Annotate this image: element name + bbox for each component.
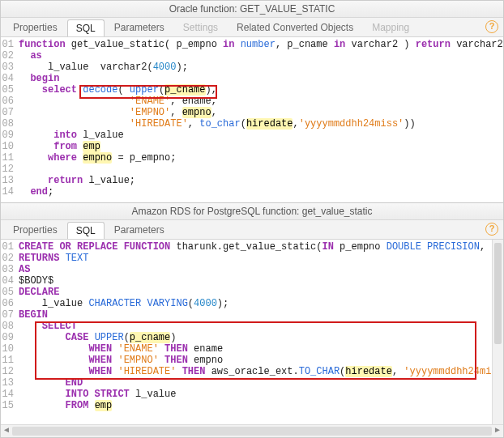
line-code: AS (19, 264, 503, 275)
line-number: 12 (1, 366, 19, 377)
code-line: 10 WHEN 'ENAME' THEN ename (1, 343, 503, 355)
code-line: 11 WHEN 'EMPNO' THEN empno (1, 355, 503, 366)
code-line: 12 WHEN 'HIREDATE' THEN aws_oracle_ext.T… (1, 366, 503, 377)
code-line: 08 SELECT (1, 321, 503, 332)
scrollbar-thumb-h[interactable] (12, 427, 492, 436)
line-code: FROM emp (19, 400, 503, 411)
line-code: 'HIREDATE', to_char(hiredate,'yyyymmddhh… (19, 118, 503, 130)
code-line: 07 'EMPNO', empno, (1, 107, 503, 118)
code-line: 10 from emp (1, 141, 503, 152)
line-number: 15 (1, 400, 19, 411)
line-code: WHEN 'HIREDATE' THEN aws_oracle_ext.TO_C… (19, 366, 503, 377)
line-number: 05 (1, 84, 19, 96)
line-number: 13 (1, 377, 19, 389)
tab-sql[interactable]: SQL (67, 19, 105, 36)
code-line: 05DECLARE (1, 287, 503, 298)
line-number: 07 (1, 107, 19, 118)
oracle-code-content: 01function get_value_static( p_empno in … (1, 37, 503, 199)
oracle-tab-row: Properties SQL Parameters Settings Relat… (1, 18, 503, 37)
tab-properties-pg[interactable]: Properties (4, 221, 66, 238)
help-icon[interactable]: ? (485, 20, 498, 33)
tab-sql-pg[interactable]: SQL (67, 222, 105, 239)
code-line: 06 'ENAME', ename, (1, 96, 503, 107)
oracle-code-area[interactable]: 01function get_value_static( p_empno in … (1, 37, 503, 202)
oracle-title: Oracle function: GET_VALUE_STATIC (1, 1, 503, 18)
line-code: l_value CHARACTER VARYING(4000); (19, 298, 503, 309)
code-line: 08 'HIREDATE', to_char(hiredate,'yyyymmd… (1, 118, 503, 130)
code-line: 09 CASE UPPER(p_cname) (1, 332, 503, 343)
line-number: 03 (1, 264, 19, 275)
scrollbar-thumb-v[interactable] (494, 243, 502, 344)
scrollbar-horizontal[interactable] (1, 424, 503, 437)
code-line: 04$BODY$ (1, 275, 503, 287)
tab-properties[interactable]: Properties (4, 19, 66, 36)
code-line: 03 l_value varchar2(4000); (1, 62, 503, 73)
line-number: 14 (1, 389, 19, 400)
line-number: 07 (1, 309, 19, 321)
line-number: 08 (1, 321, 19, 332)
line-code: return l_value; (19, 175, 503, 186)
line-number: 02 (1, 50, 19, 62)
postgres-pane: Amazon RDS for PostgreSQL function: get_… (1, 203, 503, 437)
line-number: 06 (1, 96, 19, 107)
line-code: as (19, 50, 503, 62)
code-line: 14 end; (1, 186, 503, 198)
code-line: 03AS (1, 264, 503, 275)
line-number: 01 (1, 39, 19, 50)
code-line: 13 END (1, 377, 503, 389)
line-number: 02 (1, 253, 19, 264)
postgres-tab-row: Properties SQL Parameters ? (1, 220, 503, 240)
line-code: END (19, 377, 503, 389)
code-line: 13 return l_value; (1, 175, 503, 186)
line-code: CASE UPPER(p_cname) (19, 332, 503, 343)
postgres-code-content: 01CREATE OR REPLACE FUNCTION tharunk.get… (1, 240, 503, 413)
line-code: WHEN 'ENAME' THEN ename (19, 343, 503, 355)
scrollbar-vertical[interactable] (492, 240, 503, 424)
line-code: $BODY$ (19, 275, 503, 287)
postgres-title: Amazon RDS for PostgreSQL function: get_… (1, 203, 503, 220)
code-line: 06 l_value CHARACTER VARYING(4000); (1, 298, 503, 309)
oracle-pane: Oracle function: GET_VALUE_STATIC Proper… (1, 1, 503, 203)
code-line: 11 where empno = p_empno; (1, 152, 503, 164)
line-code: INTO STRICT l_value (19, 389, 503, 400)
line-code: l_value varchar2(4000); (19, 62, 503, 73)
line-code: 'ENAME', ename, (19, 96, 503, 107)
code-line: 02 as (1, 50, 503, 62)
line-code: where empno = p_empno; (19, 152, 503, 164)
code-line: 07BEGIN (1, 309, 503, 321)
line-code: WHEN 'EMPNO' THEN empno (19, 355, 503, 366)
line-number: 05 (1, 287, 19, 298)
line-number: 03 (1, 62, 19, 73)
code-line: 05 select decode( upper(p_cname), (1, 84, 503, 96)
line-code: DECLARE (19, 287, 503, 298)
postgres-code-area[interactable]: 01CREATE OR REPLACE FUNCTION tharunk.get… (1, 240, 503, 424)
line-number: 14 (1, 186, 19, 198)
line-code (19, 164, 503, 175)
line-number: 12 (1, 164, 19, 175)
tab-parameters-pg[interactable]: Parameters (105, 221, 173, 238)
code-line: 02RETURNS TEXT (1, 253, 503, 264)
line-code: CREATE OR REPLACE FUNCTION tharunk.get_v… (19, 241, 503, 253)
tab-related[interactable]: Related Converted Objects (228, 19, 362, 36)
line-number: 09 (1, 332, 19, 343)
tab-mapping: Mapping (363, 19, 418, 36)
code-line: 14 INTO STRICT l_value (1, 389, 503, 400)
line-number: 10 (1, 141, 19, 152)
line-number: 11 (1, 152, 19, 164)
line-code: from emp (19, 141, 503, 152)
tab-parameters[interactable]: Parameters (105, 19, 173, 36)
code-line: 15 FROM emp (1, 400, 503, 411)
help-icon-pg[interactable]: ? (485, 223, 498, 236)
line-number: 01 (1, 241, 19, 253)
code-line: 12 (1, 164, 503, 175)
line-number: 11 (1, 355, 19, 366)
line-number: 04 (1, 275, 19, 287)
line-number: 09 (1, 130, 19, 141)
code-line: 09 into l_value (1, 130, 503, 141)
line-code: into l_value (19, 130, 503, 141)
line-code: begin (19, 73, 503, 84)
line-number: 08 (1, 118, 19, 130)
line-code: function get_value_static( p_empno in nu… (19, 39, 503, 50)
line-code: BEGIN (19, 309, 503, 321)
line-code: select decode( upper(p_cname), (19, 84, 503, 96)
